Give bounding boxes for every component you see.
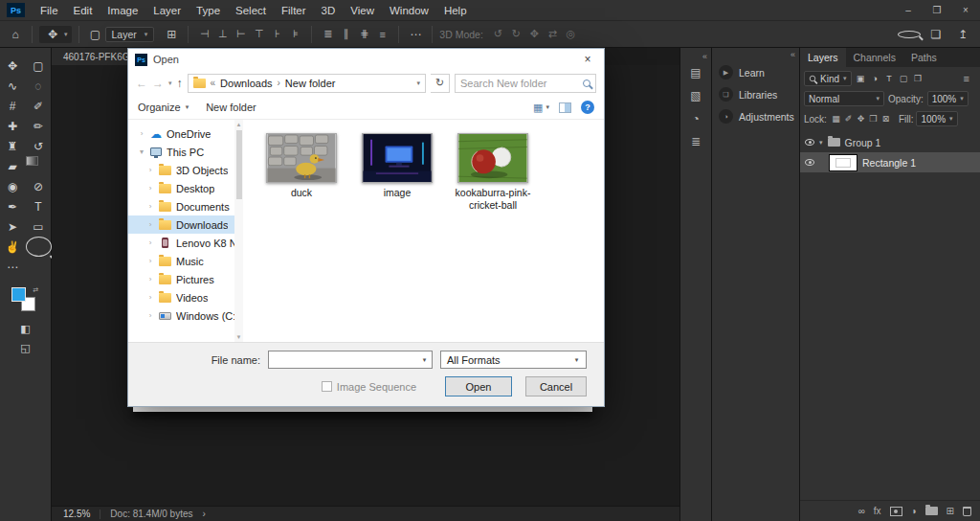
filter-type-layers-icon[interactable]: T bbox=[882, 74, 897, 83]
menu-type[interactable]: Type bbox=[189, 5, 228, 16]
filter-smart-objects-icon[interactable]: ❐ bbox=[911, 74, 925, 83]
menu-edit[interactable]: Edit bbox=[66, 5, 100, 16]
new-folder-button[interactable]: New folder bbox=[206, 102, 256, 113]
refresh-icon[interactable]: ↻ bbox=[431, 74, 450, 93]
open-button[interactable]: Open bbox=[445, 376, 512, 396]
blend-mode-dropdown[interactable]: Normal ▾ bbox=[804, 91, 884, 106]
menu-select[interactable]: Select bbox=[228, 5, 274, 16]
scroll-up-icon[interactable]: ▲ bbox=[236, 120, 242, 129]
expand-chevron-icon[interactable]: › bbox=[146, 238, 154, 247]
show-transform-controls-icon[interactable]: ⊞ bbox=[162, 28, 181, 41]
layer-thumbnail[interactable] bbox=[829, 154, 858, 171]
adjustment-layer-icon[interactable]: ◑ bbox=[911, 506, 917, 516]
align-right-icon[interactable]: ⊢ bbox=[232, 28, 250, 40]
docked-panel-icon-1[interactable]: ▤ bbox=[684, 61, 707, 84]
screen-mode-button[interactable]: ◱ bbox=[20, 338, 30, 357]
nav-item-pictures[interactable]: ›Pictures bbox=[128, 270, 243, 288]
minimize-button[interactable]: – bbox=[894, 5, 923, 15]
edit-toolbar[interactable]: ⋯ bbox=[0, 257, 26, 277]
nav-item-music[interactable]: ›Music bbox=[128, 252, 243, 270]
menu-file[interactable]: File bbox=[33, 5, 66, 16]
expand-chevron-icon[interactable]: › bbox=[146, 257, 154, 265]
zoom-level[interactable]: 12.5% bbox=[63, 509, 90, 519]
home-icon[interactable]: ⌂ bbox=[6, 28, 25, 41]
layer-row-group[interactable]: ▾ Group 1 bbox=[800, 132, 980, 152]
eraser-tool[interactable]: ▰ bbox=[0, 156, 26, 176]
dialog-title-bar[interactable]: Ps Open × bbox=[128, 49, 604, 70]
filter-adjustment-layers-icon[interactable]: ◑ bbox=[868, 74, 882, 83]
align-top-icon[interactable]: ⊤ bbox=[250, 28, 268, 40]
close-icon[interactable]: × bbox=[571, 53, 604, 66]
scrollbar-thumb[interactable] bbox=[236, 130, 242, 199]
rectangular-marquee-tool[interactable]: ▢ bbox=[26, 56, 52, 76]
organize-button[interactable]: Organize ▾ bbox=[138, 102, 189, 113]
preview-pane-icon[interactable] bbox=[559, 102, 571, 113]
panel-menu-icon[interactable]: ≡ bbox=[957, 73, 976, 84]
address-box[interactable]: « Downloads › New folder ▾ bbox=[188, 74, 426, 93]
tab-paths[interactable]: Paths bbox=[903, 48, 945, 67]
healing-brush-tool[interactable]: ✚ bbox=[0, 116, 26, 136]
layer-mask-icon[interactable] bbox=[890, 507, 902, 516]
brush-tool[interactable]: ✏ bbox=[26, 116, 52, 136]
help-icon[interactable]: ? bbox=[581, 101, 594, 114]
expand-chevron-icon[interactable]: › bbox=[146, 166, 154, 174]
lock-all-icon[interactable]: ⊠ bbox=[880, 114, 892, 124]
history-chevron-icon[interactable]: ▾ bbox=[168, 79, 172, 87]
image-sequence-checkbox[interactable] bbox=[322, 381, 332, 392]
type-tool[interactable]: T bbox=[26, 196, 52, 216]
filter-pixel-layers-icon[interactable]: ▣ bbox=[854, 74, 868, 83]
expand-chevron-icon[interactable]: › bbox=[146, 275, 154, 283]
distribute-spacing-icon[interactable]: ⋕ bbox=[355, 28, 373, 40]
swap-colors-icon[interactable]: ⇄ bbox=[33, 286, 41, 294]
menu-window[interactable]: Window bbox=[382, 5, 436, 16]
group-expand-chevron-icon[interactable]: ▾ bbox=[819, 139, 823, 147]
nav-item-videos[interactable]: ›Videos bbox=[128, 288, 243, 306]
restore-button[interactable]: ❐ bbox=[923, 5, 951, 15]
filter-kind-dropdown[interactable]: Kind ▾ bbox=[804, 71, 852, 86]
expand-chevron-icon[interactable]: › bbox=[138, 129, 145, 138]
fill-dropdown[interactable]: 100% ▾ bbox=[916, 111, 957, 126]
expand-chevron-icon[interactable]: › bbox=[146, 293, 154, 302]
panel-item-adjustments[interactable]: ◑ Adjustments bbox=[712, 105, 799, 127]
up-icon[interactable]: ↑ bbox=[177, 77, 183, 90]
lock-artboard-icon[interactable]: ❒ bbox=[867, 114, 880, 124]
lasso-tool[interactable]: ∿ bbox=[0, 76, 26, 96]
expand-chevron-icon[interactable]: › bbox=[146, 311, 154, 320]
nav-item-downloads[interactable]: ›Downloads bbox=[128, 215, 243, 234]
file-item-duck[interactable]: duck bbox=[260, 133, 343, 199]
new-group-icon[interactable] bbox=[925, 507, 938, 515]
quick-mask-button[interactable]: ◧ bbox=[20, 319, 30, 338]
status-expand-icon[interactable]: › bbox=[203, 509, 206, 519]
scroll-down-icon[interactable]: ▼ bbox=[236, 332, 242, 342]
distribute-vertical-icon[interactable]: ≣ bbox=[319, 28, 337, 40]
crop-tool[interactable]: # bbox=[0, 96, 26, 116]
menu-help[interactable]: Help bbox=[436, 5, 475, 16]
workspace-switcher-icon[interactable]: ❏ bbox=[924, 28, 947, 41]
menu-3d[interactable]: 3D bbox=[314, 5, 344, 16]
align-center-h-icon[interactable]: ⊥ bbox=[213, 28, 232, 40]
layer-row-rectangle[interactable]: Rectangle 1 bbox=[800, 152, 980, 172]
chevron-down-icon[interactable]: ▾ bbox=[417, 356, 432, 364]
file-item-kookaburra[interactable]: kookaburra-pink-cricket-ball bbox=[452, 133, 534, 212]
more-options-icon[interactable]: ⋯ bbox=[406, 28, 425, 41]
dodge-tool[interactable]: ⊘ bbox=[26, 176, 52, 196]
auto-select-dropdown[interactable]: Layer ▾ bbox=[105, 27, 155, 42]
back-icon[interactable]: ← bbox=[136, 77, 147, 90]
layer-styles-icon[interactable]: fx bbox=[874, 506, 881, 516]
clone-stamp-tool[interactable]: ♜ bbox=[0, 136, 26, 156]
docked-panel-icon-2[interactable]: ▧ bbox=[684, 84, 707, 107]
align-left-icon[interactable]: ⊣ bbox=[195, 28, 213, 40]
delete-layer-icon[interactable] bbox=[963, 507, 971, 516]
forward-icon[interactable]: → bbox=[152, 77, 164, 90]
tab-channels[interactable]: Channels bbox=[846, 48, 903, 67]
change-view-button[interactable]: ▦ ▾ bbox=[533, 102, 549, 114]
expand-chevron-icon[interactable]: ▾ bbox=[138, 147, 145, 156]
panel-item-libraries[interactable]: ❏ Libraries bbox=[712, 83, 799, 105]
tab-layers[interactable]: Layers bbox=[800, 48, 846, 67]
visibility-eye-icon[interactable] bbox=[805, 139, 814, 146]
blur-tool[interactable]: ◉ bbox=[0, 176, 26, 196]
search-icon[interactable] bbox=[898, 31, 921, 38]
pen-tool[interactable]: ✒ bbox=[0, 196, 26, 216]
eyedropper-tool[interactable]: ✐ bbox=[26, 96, 52, 116]
zoom-tool[interactable] bbox=[26, 237, 52, 257]
